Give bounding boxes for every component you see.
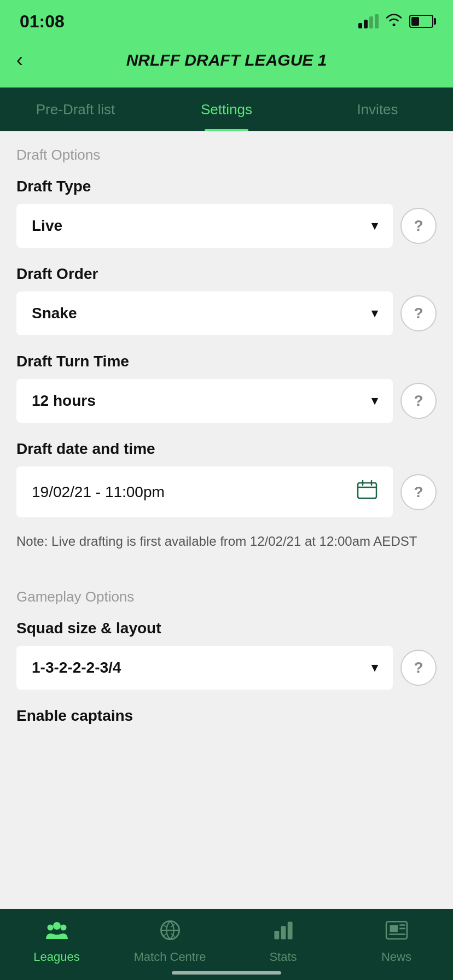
nav-leagues-label: Leagues [33, 950, 79, 964]
draft-datetime-value: 19/02/21 - 11:00pm [32, 483, 165, 501]
tab-invites[interactable]: Invites [302, 88, 453, 131]
draft-datetime-group: Draft date and time 19/02/21 - 11:00pm ? [0, 431, 453, 526]
draft-turn-time-label: Draft Turn Time [16, 353, 437, 370]
back-button[interactable]: ‹ [16, 49, 23, 72]
draft-order-row: Snake ▾ ? [16, 291, 437, 335]
draft-order-chevron: ▾ [371, 306, 378, 320]
calendar-icon [357, 480, 378, 504]
squad-size-row: 1-3-2-2-2-3/4 ▾ ? [16, 646, 437, 690]
status-icons [358, 13, 433, 31]
draft-type-label: Draft Type [16, 178, 437, 195]
draft-options-header: Draft Options [0, 131, 453, 169]
match-centre-icon [159, 919, 182, 947]
tab-settings[interactable]: Settings [151, 88, 302, 131]
nav-match-centre[interactable]: Match Centre [113, 917, 226, 964]
news-icon [385, 919, 408, 947]
nav-stats[interactable]: Stats [226, 917, 340, 964]
squad-size-select[interactable]: 1-3-2-2-2-3/4 ▾ [16, 646, 393, 690]
svg-point-4 [53, 922, 61, 930]
draft-turn-time-chevron: ▾ [371, 394, 378, 408]
page-title: NRLFF DRAFT LEAGUE 1 [126, 51, 327, 69]
squad-size-value: 1-3-2-2-2-3/4 [32, 659, 121, 676]
svg-point-6 [60, 925, 66, 931]
draft-order-group: Draft Order Snake ▾ ? [0, 256, 453, 344]
draft-datetime-row: 19/02/21 - 11:00pm ? [16, 466, 437, 517]
svg-point-5 [47, 925, 53, 931]
draft-datetime-select[interactable]: 19/02/21 - 11:00pm [16, 466, 393, 517]
leagues-icon [45, 919, 68, 947]
stats-icon [272, 919, 295, 947]
svg-rect-8 [281, 926, 286, 939]
nav-news[interactable]: News [340, 917, 453, 964]
bottom-nav: Leagues Match Centre Stats [0, 909, 453, 980]
wifi-icon [385, 13, 403, 31]
draft-turn-time-value: 12 hours [32, 392, 96, 410]
battery-icon [409, 15, 433, 28]
home-indicator [172, 971, 281, 975]
draft-datetime-help-button[interactable]: ? [400, 474, 437, 510]
signal-icon [358, 14, 379, 28]
tab-bar: Pre-Draft list Settings Invites [0, 88, 453, 131]
draft-turn-time-help-button[interactable]: ? [400, 383, 437, 419]
svg-rect-0 [358, 483, 376, 498]
draft-type-select[interactable]: Live ▾ [16, 204, 393, 248]
content-area: Draft Options Draft Type Live ▾ ? Draft … [0, 131, 453, 819]
draft-turn-time-group: Draft Turn Time 12 hours ▾ ? [0, 344, 453, 431]
squad-size-chevron: ▾ [371, 661, 378, 675]
svg-rect-9 [287, 922, 292, 940]
nav-leagues[interactable]: Leagues [0, 917, 113, 964]
draft-order-label: Draft Order [16, 265, 437, 283]
draft-type-value: Live [32, 217, 62, 235]
draft-turn-time-select[interactable]: 12 hours ▾ [16, 379, 393, 423]
draft-order-help-button[interactable]: ? [400, 295, 437, 331]
page-header: ‹ NRLFF DRAFT LEAGUE 1 [0, 38, 453, 88]
squad-size-label: Squad size & layout [16, 620, 437, 637]
gameplay-options-header: Gameplay Options [0, 573, 453, 611]
enable-captains-label: Enable captains [16, 707, 437, 725]
tab-pre-draft-list[interactable]: Pre-Draft list [0, 88, 151, 131]
draft-turn-time-row: 12 hours ▾ ? [16, 379, 437, 423]
draft-type-row: Live ▾ ? [16, 204, 437, 248]
draft-type-help-button[interactable]: ? [400, 208, 437, 244]
nav-match-centre-label: Match Centre [133, 950, 206, 964]
draft-order-value: Snake [32, 305, 77, 322]
draft-order-select[interactable]: Snake ▾ [16, 291, 393, 335]
status-time: 01:08 [20, 11, 65, 32]
svg-rect-7 [274, 931, 279, 939]
nav-stats-label: Stats [269, 950, 297, 964]
squad-size-help-button[interactable]: ? [400, 650, 437, 686]
draft-type-chevron: ▾ [371, 219, 378, 233]
enable-captains-group: Enable captains [0, 698, 453, 742]
draft-type-group: Draft Type Live ▾ ? [0, 169, 453, 256]
svg-rect-11 [390, 925, 398, 932]
draft-datetime-label: Draft date and time [16, 440, 437, 458]
nav-news-label: News [381, 950, 411, 964]
draft-note: Note: Live drafting is first available f… [0, 526, 453, 562]
status-bar: 01:08 [0, 0, 453, 38]
squad-size-group: Squad size & layout 1-3-2-2-2-3/4 ▾ ? [0, 611, 453, 698]
